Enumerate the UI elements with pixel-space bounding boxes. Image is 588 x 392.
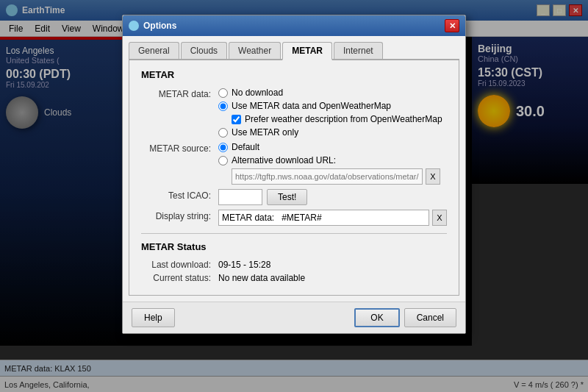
metar-data-row: METAR data: No download Use METAR data a… [141,88,447,138]
last-download-label: Last download: [141,260,218,270]
no-download-row: No download [218,88,447,98]
display-string-controls: X [218,210,447,226]
ok-button[interactable]: OK [354,308,399,327]
test-icao-label: Test ICAO: [141,189,218,201]
alt-url-radio[interactable] [218,156,228,165]
metar-data-controls: No download Use METAR data and OpenWeath… [218,88,447,138]
display-clear-button[interactable]: X [432,210,447,226]
use-metar-radio[interactable] [218,101,228,111]
display-row: X [218,210,447,226]
default-label: Default [232,142,259,152]
alt-url-row: Alternative download URL: [218,155,447,165]
tabs-bar: General Clouds Weather METAR Internet [129,42,459,60]
prefer-weather-row: Prefer weather description from OpenWeat… [232,114,447,124]
last-download-row: Last download: 09-15 - 15:28 [141,260,447,270]
use-only-row: Use METAR only [218,127,447,138]
separator [141,233,447,234]
content-area: METAR METAR data: No download Use METAR … [129,60,459,296]
options-dialog: Options ✕ General Clouds Weather METAR I… [122,15,466,334]
status-section-title: METAR Status [141,241,447,252]
last-download-value: 09-15 - 15:28 [218,260,270,270]
url-input[interactable] [232,168,423,185]
use-metar-row: Use METAR data and OpenWeatherMap [218,101,447,111]
metar-source-label: METAR source: [141,142,218,154]
test-icao-input[interactable] [218,189,262,205]
test-icao-row: Test ICAO: Test! [141,189,447,205]
alt-url-label: Alternative download URL: [232,155,336,165]
right-buttons: OK Cancel [354,308,456,327]
use-only-radio[interactable] [218,128,228,138]
url-clear-button[interactable]: X [426,168,440,185]
section-title: METAR [141,69,447,80]
dialog-title-icon [129,21,139,31]
test-icao-controls: Test! [218,189,447,205]
prefer-weather-label: Prefer weather description from OpenWeat… [245,114,442,124]
url-input-row: X [232,168,447,185]
use-only-label: Use METAR only [232,127,298,138]
prefer-weather-checkbox[interactable] [232,115,241,124]
test-row: Test! [218,189,447,205]
dialog-footer: Help OK Cancel [123,302,465,333]
cancel-button[interactable]: Cancel [404,308,456,327]
dialog-titlebar: Options ✕ [123,15,465,36]
display-string-input[interactable] [218,210,429,226]
default-radio[interactable] [218,143,228,152]
current-status-row: Current status: No new data available [141,273,447,283]
metar-data-label: METAR data: [141,88,218,99]
use-metar-label: Use METAR data and OpenWeatherMap [232,101,391,111]
display-string-label: Display string: [141,210,218,221]
test-button[interactable]: Test! [267,189,307,205]
dialog-close-button[interactable]: ✕ [445,19,459,32]
current-status-value: No new data available [218,273,305,283]
tab-clouds[interactable]: Clouds [181,42,227,59]
dialog-title: Options [143,21,176,31]
tab-weather[interactable]: Weather [229,42,281,59]
current-status-label: Current status: [141,273,218,283]
metar-source-controls: Default Alternative download URL: X [218,142,447,185]
modal-overlay: Options ✕ General Clouds Weather METAR I… [0,0,588,392]
no-download-radio[interactable] [218,88,228,98]
tab-internet[interactable]: Internet [334,42,383,59]
help-button[interactable]: Help [132,308,175,327]
metar-status-section: METAR Status Last download: 09-15 - 15:2… [141,241,447,283]
tab-general[interactable]: General [129,42,179,59]
default-row: Default [218,142,447,152]
dialog-body: General Clouds Weather METAR Internet ME… [123,36,465,302]
no-download-label: No download [232,88,283,98]
metar-source-row: METAR source: Default Alternative downlo… [141,142,447,185]
display-string-row: Display string: X [141,210,447,226]
tab-metar[interactable]: METAR [282,42,332,60]
